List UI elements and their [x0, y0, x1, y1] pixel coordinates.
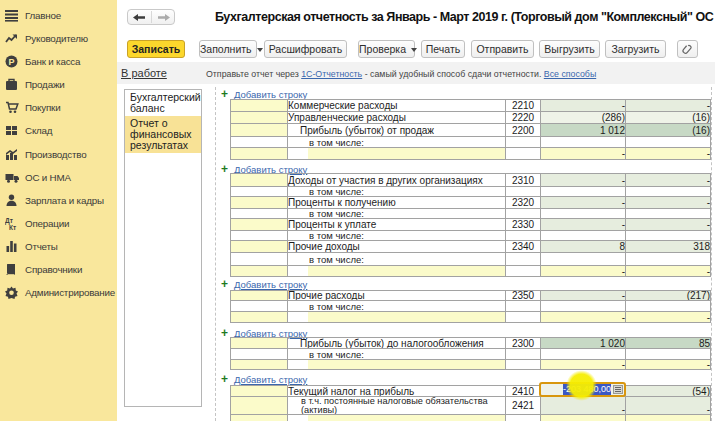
svg-text:Р: Р [8, 57, 14, 67]
svg-text:Кт: Кт [9, 224, 16, 231]
